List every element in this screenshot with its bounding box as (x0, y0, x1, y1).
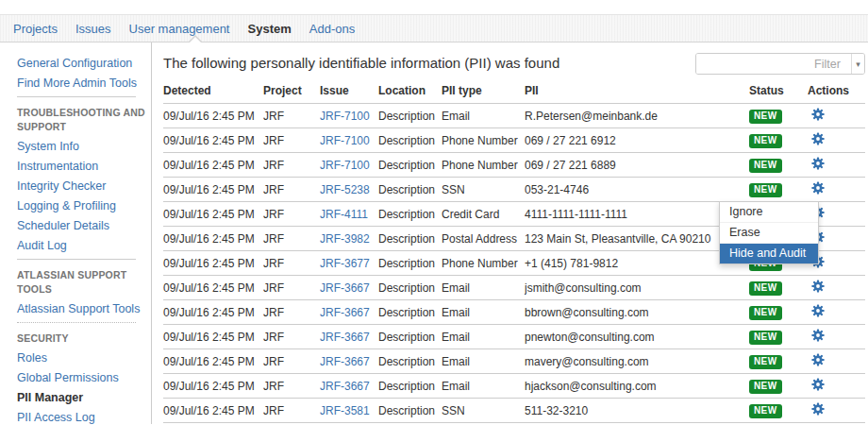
sidebar-item-general-configuration[interactable]: General Configuration (17, 57, 132, 70)
cell-location: Description (378, 128, 442, 153)
sidebar-item-audit-log[interactable]: Audit Log (17, 239, 67, 252)
issue-link[interactable]: JRF-7100 (320, 134, 370, 147)
issue-link[interactable]: JRF-3667 (320, 380, 370, 393)
nav-item-add-ons[interactable]: Add-ons (309, 22, 355, 36)
cell-detected: 09/Jul/16 2:45 PM (163, 202, 263, 227)
cell-actions (808, 128, 865, 153)
sidebar-item-logging-profiling[interactable]: Logging & Profiling (17, 199, 116, 212)
status-badge: NEW (749, 404, 782, 418)
sidebar-item-roles[interactable]: Roles (17, 351, 47, 365)
filter-button[interactable]: Filter (804, 54, 851, 74)
issue-link[interactable]: JRF-7100 (320, 159, 370, 172)
menu-item-ignore[interactable]: Ignore (720, 202, 818, 223)
cell-project: JRF (263, 153, 320, 178)
cell-actions (808, 300, 865, 325)
sidebar-item-system-info[interactable]: System Info (17, 140, 79, 153)
cell-actions (808, 349, 865, 374)
cell-location: Description (378, 153, 442, 178)
nav-item-system[interactable]: System (248, 22, 292, 36)
cell-pii-type: Email (442, 325, 525, 349)
cell-issue: JRF-3982 (320, 227, 378, 251)
sidebar-item-pii-access-log[interactable]: PII Access Log (17, 411, 95, 424)
cell-pii: 069 / 27 221 6889 (525, 153, 749, 178)
nav-item-user-management[interactable]: User management (129, 22, 230, 36)
cell-pii: bbrown@consulting.com (525, 300, 749, 325)
status-badge: NEW (749, 355, 782, 369)
issue-link[interactable]: JRF-3677 (320, 257, 370, 270)
gear-icon[interactable] (811, 280, 825, 293)
gear-icon[interactable] (811, 181, 825, 195)
filter-dropdown-button[interactable]: ▾ (851, 54, 864, 74)
gear-icon[interactable] (811, 402, 825, 416)
admin-sidebar: General Configuration Find More Admin To… (0, 42, 152, 424)
sidebar-divider (17, 259, 136, 260)
cell-detected: 09/Jul/16 2:45 PM (163, 251, 263, 276)
cell-status: NEW (749, 153, 808, 178)
issue-link[interactable]: JRF-3581 (320, 404, 370, 417)
sidebar-item-pii-manager[interactable]: PII Manager (17, 391, 83, 404)
cell-location: Description (378, 104, 442, 128)
sidebar-divider-dashed (17, 322, 136, 323)
gear-icon[interactable] (811, 378, 825, 391)
cell-project: JRF (263, 374, 320, 399)
cell-issue: JRF-3667 (320, 325, 378, 349)
cell-pii: 123 Main St, Pleasantville, CA 90210 (525, 227, 749, 251)
column-header-status: Status (749, 79, 808, 104)
sidebar-header-atlassian-support-tools: ATLASSIAN SUPPORT TOOLS (17, 268, 145, 297)
cell-actions (808, 153, 865, 178)
cell-project: JRF (263, 399, 320, 423)
nav-item-issues[interactable]: Issues (75, 22, 111, 36)
issue-link[interactable]: JRF-3667 (320, 306, 370, 319)
issue-link[interactable]: JRF-5238 (320, 183, 370, 196)
menu-item-hide-and-audit[interactable]: Hide and Audit (720, 244, 818, 264)
cell-issue: JRF-5238 (320, 178, 378, 202)
cell-location: Description (378, 399, 442, 423)
cell-pii-type: Email (442, 276, 525, 300)
filter-group: Filter ▾ (695, 53, 865, 75)
sidebar-item-atlassian-support-tools[interactable]: Atlassian Support Tools (17, 302, 140, 315)
table-row: 09/Jul/16 2:45 PM JRF JRF-3667 Descripti… (163, 325, 865, 349)
cell-detected: 09/Jul/16 2:45 PM (163, 325, 263, 349)
sidebar-header-troubleshooting: TROUBLESHOOTING AND SUPPORT (17, 106, 145, 134)
issue-link[interactable]: JRF-3667 (320, 331, 370, 344)
cell-actions (808, 178, 865, 202)
nav-item-projects[interactable]: Projects (13, 22, 58, 36)
status-badge: NEW (749, 183, 782, 197)
cell-issue: JRF-7100 (320, 153, 378, 178)
issue-link[interactable]: JRF-4111 (320, 208, 368, 221)
gear-icon[interactable] (811, 304, 825, 317)
cell-status: NEW (749, 128, 808, 153)
page-title: The following personally identifiable in… (163, 55, 559, 71)
issue-link[interactable]: JRF-3667 (320, 281, 370, 295)
menu-item-erase[interactable]: Erase (720, 223, 818, 244)
sidebar-item-instrumentation[interactable]: Instrumentation (17, 160, 98, 173)
issue-link[interactable]: JRF-3982 (320, 232, 370, 246)
cell-detected: 09/Jul/16 2:45 PM (163, 300, 263, 325)
gear-icon[interactable] (811, 157, 825, 170)
table-row: 09/Jul/16 2:45 PM JRF JRF-7100 Descripti… (163, 104, 865, 128)
gear-icon[interactable] (811, 329, 825, 342)
gear-icon[interactable] (811, 132, 825, 145)
filter-input[interactable] (696, 54, 804, 74)
gear-icon[interactable] (811, 353, 825, 366)
column-header-pii-type: PII type (442, 79, 525, 104)
table-row: 09/Jul/16 2:45 PM JRF JRF-3667 Descripti… (163, 300, 865, 325)
cell-project: JRF (263, 227, 320, 251)
sidebar-item-scheduler-details[interactable]: Scheduler Details (17, 219, 109, 232)
table-row: 09/Jul/16 2:45 PM JRF JRF-7100 Descripti… (163, 128, 865, 153)
cell-location: Description (378, 202, 442, 227)
cell-detected: 09/Jul/16 2:45 PM (163, 374, 263, 399)
sidebar-item-integrity-checker[interactable]: Integrity Checker (17, 179, 106, 193)
issue-link[interactable]: JRF-3667 (320, 355, 370, 368)
cell-issue: JRF-4111 (320, 202, 378, 227)
column-header-location: Location (378, 79, 442, 104)
sidebar-item-global-permissions[interactable]: Global Permissions (17, 371, 119, 384)
gear-icon[interactable] (811, 108, 825, 121)
cell-detected: 09/Jul/16 2:45 PM (163, 399, 263, 423)
cell-pii: pnewton@consulting.com (525, 325, 749, 349)
cell-detected: 09/Jul/16 2:45 PM (163, 153, 263, 178)
sidebar-item-find-more-admin-tools[interactable]: Find More Admin Tools (17, 76, 137, 90)
cell-project: JRF (263, 276, 320, 300)
cell-pii-type: Credit Card (442, 202, 525, 227)
issue-link[interactable]: JRF-7100 (320, 110, 370, 123)
